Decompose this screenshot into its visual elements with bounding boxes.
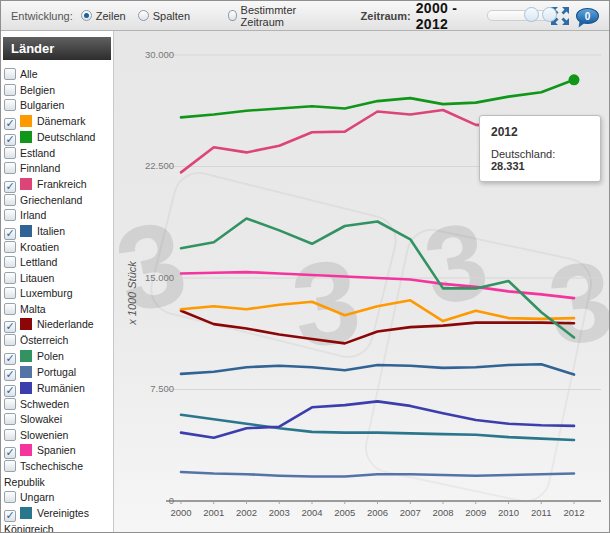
radio-bestimmter-zeitraum[interactable]: Bestimmter Zeitraum xyxy=(228,4,315,28)
country-label: Polen xyxy=(37,350,64,362)
country-label: Frankreich xyxy=(37,178,87,190)
country-row[interactable]: ✓Spanien xyxy=(4,443,112,459)
country-checkbox[interactable]: ✓ xyxy=(4,118,16,130)
chart-line-niederlande[interactable] xyxy=(181,311,574,344)
radio-spalten-label[interactable]: Spalten xyxy=(153,10,190,22)
country-row[interactable]: Luxemburg xyxy=(4,286,112,302)
country-checkbox[interactable] xyxy=(4,162,16,174)
country-row[interactable]: Finnland xyxy=(4,161,112,177)
entwicklung-label: Entwicklung: xyxy=(11,10,73,22)
tooltip-value: 28.331 xyxy=(491,160,525,172)
chart-tooltip: 2012 Deutschland: 28.331 xyxy=(479,115,601,182)
country-label: Litauen xyxy=(20,272,54,284)
country-checkbox[interactable]: ✓ xyxy=(4,134,16,146)
y-axis-tick-label: 0 xyxy=(169,495,174,506)
country-row[interactable]: ✓Dänemark xyxy=(4,114,112,130)
country-row[interactable]: Belgien xyxy=(4,83,112,99)
country-checkbox[interactable] xyxy=(4,413,16,425)
country-checkbox[interactable] xyxy=(4,287,16,299)
country-row[interactable]: Slowakei xyxy=(4,412,112,428)
country-row[interactable]: Estland xyxy=(4,146,112,162)
chart-line-d-nemark[interactable] xyxy=(181,300,574,321)
country-checkbox[interactable] xyxy=(4,84,16,96)
radio-button-icon[interactable] xyxy=(138,10,149,21)
chart-line-vereinigtes-k-nigreich[interactable] xyxy=(181,415,574,440)
country-checkbox[interactable] xyxy=(4,241,16,253)
country-checkbox[interactable]: ✓ xyxy=(4,181,16,193)
country-row[interactable]: ✓Portugal xyxy=(4,365,112,381)
country-row[interactable]: ✓Deutschland xyxy=(4,130,112,146)
country-checkbox[interactable] xyxy=(4,256,16,268)
country-color-swatch xyxy=(20,178,32,190)
country-row[interactable]: Bulgarien xyxy=(4,98,112,114)
zeitraum-slider-track[interactable] xyxy=(487,10,550,21)
country-checkbox[interactable] xyxy=(4,334,16,346)
country-checkbox[interactable]: ✓ xyxy=(4,385,16,397)
country-row[interactable]: Tschechische Republik xyxy=(4,459,112,490)
country-checkbox[interactable]: ✓ xyxy=(4,369,16,381)
country-row[interactable]: Griechenland xyxy=(4,193,112,209)
country-checkbox[interactable] xyxy=(4,303,16,315)
country-row[interactable]: Ungarn xyxy=(4,490,112,506)
country-checkbox[interactable] xyxy=(4,491,16,503)
highlight-marker[interactable] xyxy=(569,74,580,85)
y-axis-tick-label: 22.500 xyxy=(145,160,174,171)
country-label: Portugal xyxy=(37,366,76,378)
country-checkbox[interactable]: ✓ xyxy=(4,228,16,240)
chart-line-spanien[interactable] xyxy=(181,272,574,298)
country-label: Österreich xyxy=(20,334,68,346)
country-checkbox[interactable] xyxy=(4,194,16,206)
radio-button-icon[interactable] xyxy=(228,10,237,21)
country-row[interactable]: Kroatien xyxy=(4,240,112,256)
country-row[interactable]: ✓Frankreich xyxy=(4,177,112,193)
country-row[interactable]: Irland xyxy=(4,208,112,224)
country-row[interactable]: ✓Niederlande xyxy=(4,317,112,333)
slider-handle-left[interactable] xyxy=(524,7,539,22)
country-checkbox[interactable] xyxy=(4,99,16,111)
country-checkbox[interactable] xyxy=(4,460,16,472)
country-row[interactable]: Lettland xyxy=(4,255,112,271)
country-row[interactable]: ✓Italien xyxy=(4,224,112,240)
x-axis-tick-label: 2001 xyxy=(203,507,224,518)
country-row[interactable]: Alle xyxy=(4,67,112,83)
country-row[interactable]: ✓Vereinigtes Königreich xyxy=(4,506,112,533)
chart-line-portugal[interactable] xyxy=(181,472,574,477)
country-checkbox[interactable] xyxy=(4,398,16,410)
country-checkbox[interactable]: ✓ xyxy=(4,510,16,522)
country-checkbox[interactable] xyxy=(4,429,16,441)
country-row[interactable]: ✓Rumänien xyxy=(4,381,112,397)
country-color-swatch xyxy=(20,366,32,378)
country-list: AlleBelgienBulgarien✓Dänemark✓Deutschlan… xyxy=(1,65,113,533)
toolbar: Entwicklung: Zeilen Spalten Bestimmter Z… xyxy=(1,1,609,31)
country-checkbox[interactable]: ✓ xyxy=(4,447,16,459)
country-checkbox[interactable]: ✓ xyxy=(4,321,16,333)
country-checkbox[interactable] xyxy=(4,147,16,159)
country-label: Malta xyxy=(20,303,46,315)
country-checkbox[interactable] xyxy=(4,209,16,221)
country-label: Rumänien xyxy=(37,382,85,394)
country-row[interactable]: Malta xyxy=(4,302,112,318)
radio-zeilen-label[interactable]: Zeilen xyxy=(96,10,126,22)
country-label: Schweden xyxy=(20,398,69,410)
country-row[interactable]: Slowenien xyxy=(4,428,112,444)
country-checkbox[interactable] xyxy=(4,68,16,80)
x-axis-tick-label: 2012 xyxy=(563,507,584,518)
country-checkbox[interactable]: ✓ xyxy=(4,353,16,365)
country-label: Belgien xyxy=(20,84,55,96)
comments-bubble-icon[interactable]: 0 xyxy=(576,8,599,24)
country-label: Vereinigtes Königreich xyxy=(4,507,89,533)
radio-spalten[interactable]: Spalten xyxy=(138,10,190,22)
country-row[interactable]: Österreich xyxy=(4,333,112,349)
country-label: Alle xyxy=(20,68,38,80)
country-row[interactable]: Schweden xyxy=(4,397,112,413)
radio-zeilen[interactable]: Zeilen xyxy=(81,10,126,22)
toolbar-right-group: 0 xyxy=(550,6,599,26)
chart-line-italien[interactable] xyxy=(181,364,574,374)
country-checkbox[interactable] xyxy=(4,272,16,284)
country-label: Estland xyxy=(20,147,55,159)
radio-bestimmter-zeitraum-label[interactable]: Bestimmter Zeitraum xyxy=(241,4,315,28)
country-row[interactable]: ✓Polen xyxy=(4,349,112,365)
x-axis-tick-label: 2004 xyxy=(301,507,322,518)
country-row[interactable]: Litauen xyxy=(4,271,112,287)
radio-button-icon[interactable] xyxy=(81,10,92,21)
